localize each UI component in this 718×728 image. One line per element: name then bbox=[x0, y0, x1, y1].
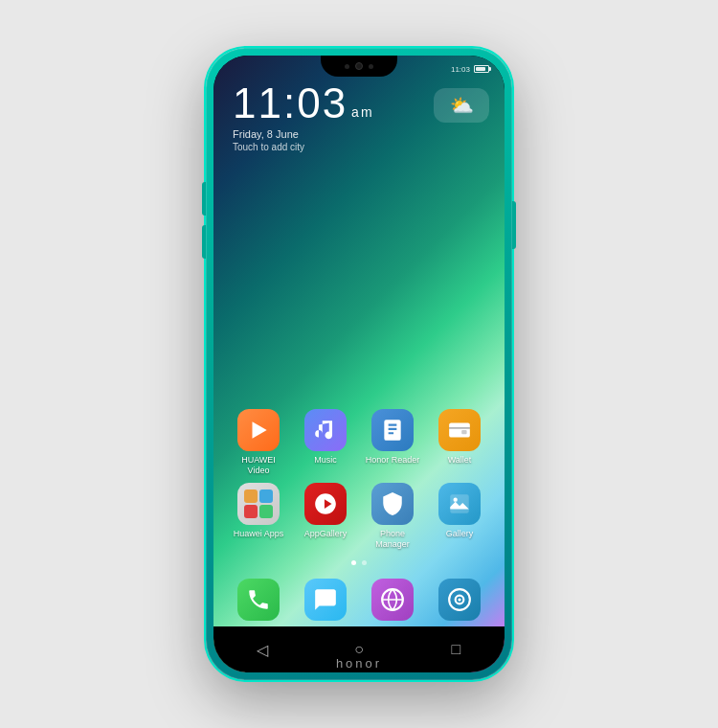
weather-icon: ⛅ bbox=[445, 96, 478, 115]
app-label-huawei-video: HUAWEI Video bbox=[230, 455, 287, 476]
front-camera bbox=[355, 62, 363, 70]
app-grid: HUAWEI Video Music bbox=[213, 409, 505, 557]
status-time: 11:03 bbox=[451, 65, 470, 74]
app-item-wallet[interactable]: Wallet bbox=[431, 409, 488, 476]
app-label-appgallery: AppGallery bbox=[304, 529, 348, 539]
svg-marker-0 bbox=[253, 421, 267, 438]
app-dock bbox=[213, 579, 505, 625]
app-row-2: Huawei Apps AppGallery bbox=[225, 483, 493, 550]
gallery-icon bbox=[438, 483, 481, 525]
battery-fill bbox=[476, 67, 485, 71]
honor-reader-icon bbox=[371, 409, 414, 451]
app-label-wallet: Wallet bbox=[448, 455, 472, 466]
app-label-music: Music bbox=[314, 455, 337, 466]
app-item-music[interactable]: Music bbox=[297, 409, 354, 476]
app-label-gallery: Gallery bbox=[446, 529, 474, 539]
app-item-messages[interactable] bbox=[297, 579, 354, 625]
volume-down-button[interactable] bbox=[202, 225, 206, 259]
page-indicator bbox=[213, 560, 505, 565]
phone-app-icon bbox=[237, 579, 280, 621]
notch-sensor-2 bbox=[369, 64, 373, 69]
svg-rect-1 bbox=[449, 422, 470, 437]
phone-screen[interactable]: 11:03 11:03 am Friday, 8 June Touch to a… bbox=[213, 56, 505, 672]
huawei-video-icon bbox=[237, 409, 280, 451]
phone-manager-icon bbox=[371, 483, 414, 525]
clock-date: Friday, 8 June bbox=[233, 128, 374, 140]
honor-brand-text: honor bbox=[206, 656, 512, 671]
svg-rect-2 bbox=[461, 430, 466, 434]
app-item-gallery[interactable]: Gallery bbox=[431, 483, 488, 550]
notch bbox=[321, 56, 397, 77]
volume-up-button[interactable] bbox=[202, 182, 206, 216]
svg-point-4 bbox=[454, 498, 458, 502]
app-item-appgallery[interactable]: AppGallery bbox=[297, 483, 354, 550]
status-right: 11:03 bbox=[451, 65, 489, 74]
camera-app-icon bbox=[438, 579, 481, 621]
music-icon bbox=[304, 409, 347, 451]
wallet-icon bbox=[438, 409, 481, 451]
phone-body: 11:03 11:03 am Friday, 8 June Touch to a… bbox=[206, 48, 512, 680]
app-label-phone-manager: Phone Manager bbox=[364, 529, 421, 550]
app-label-honor-reader: Honor Reader bbox=[366, 455, 420, 466]
app-item-camera[interactable] bbox=[431, 579, 488, 625]
battery-icon bbox=[474, 65, 489, 73]
notch-sensor bbox=[345, 64, 349, 69]
page-dot-2 bbox=[362, 560, 367, 565]
svg-rect-3 bbox=[450, 495, 469, 514]
weather-widget[interactable]: ⛅ bbox=[434, 88, 489, 123]
clock-time: 11:03 am bbox=[233, 82, 374, 125]
app-item-phone-manager[interactable]: Phone Manager bbox=[364, 483, 421, 550]
page-dot-1 bbox=[351, 560, 356, 565]
app-row-1: HUAWEI Video Music bbox=[225, 409, 493, 476]
app-item-huawei-apps[interactable]: Huawei Apps bbox=[230, 483, 287, 550]
appgallery-icon bbox=[304, 483, 347, 525]
clock-widget[interactable]: 11:03 am Friday, 8 June Touch to add cit… bbox=[233, 82, 374, 152]
app-item-honor-reader[interactable]: Honor Reader bbox=[364, 409, 421, 476]
screen-bezel: 11:03 11:03 am Friday, 8 June Touch to a… bbox=[213, 56, 505, 672]
clock-touch-hint[interactable]: Touch to add city bbox=[233, 142, 374, 152]
messages-app-icon bbox=[304, 579, 347, 621]
app-item-browser[interactable] bbox=[364, 579, 421, 625]
app-item-phone[interactable] bbox=[230, 579, 287, 625]
app-label-huawei-apps: Huawei Apps bbox=[234, 529, 284, 539]
power-button[interactable] bbox=[512, 201, 516, 249]
browser-app-icon bbox=[371, 579, 414, 621]
svg-point-8 bbox=[458, 598, 460, 601]
phone-device: 11:03 11:03 am Friday, 8 June Touch to a… bbox=[206, 48, 512, 680]
huawei-apps-icon bbox=[237, 483, 280, 525]
app-item-huawei-video[interactable]: HUAWEI Video bbox=[230, 409, 287, 476]
dock-row bbox=[225, 579, 493, 625]
